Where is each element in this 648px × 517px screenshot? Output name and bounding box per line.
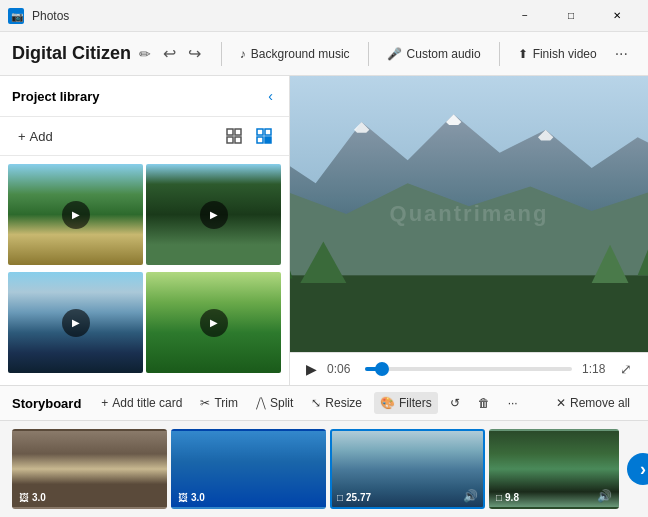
- audio-icon: 🔊: [463, 489, 478, 503]
- storyboard-toolbar: Storyboard + Add title card ✂ Trim ⧸⧹ Sp…: [0, 386, 648, 421]
- custom-audio-button[interactable]: 🎤 Custom audio: [377, 41, 491, 67]
- track-duration-label: □ 25.77: [337, 492, 371, 503]
- media-grid: ▶ ▶ ▶ ▶: [0, 156, 289, 385]
- track-item[interactable]: 🖼 3.0: [12, 429, 167, 509]
- filters-icon: 🎨: [380, 396, 395, 410]
- more-options-button[interactable]: ···: [607, 41, 636, 67]
- collapse-panel-button[interactable]: ‹: [264, 86, 277, 106]
- resize-icon: ⤡: [311, 396, 321, 410]
- storyboard-area: Storyboard + Add title card ✂ Trim ⧸⧹ Sp…: [0, 385, 648, 517]
- remove-all-icon: ✕: [556, 396, 566, 410]
- project-library-panel: Project library ‹ + Add: [0, 76, 290, 385]
- audio-icon: 🔊: [597, 489, 612, 503]
- play-button[interactable]: ▶: [200, 309, 228, 337]
- track-duration-label: □ 9.8: [496, 492, 519, 503]
- scroll-tracks-right-button[interactable]: ›: [627, 453, 648, 485]
- more-icon: ···: [508, 396, 518, 410]
- svg-rect-9: [265, 137, 271, 143]
- track-duration: 3.0: [191, 492, 205, 503]
- rotate-icon: ↺: [450, 396, 460, 410]
- svg-rect-6: [257, 129, 263, 135]
- track-type-icon: □: [496, 492, 502, 503]
- background-music-button[interactable]: ♪ Background music: [230, 41, 360, 67]
- main-toolbar: Digital Citizen ✏ ↩ ↪ ♪ Background music…: [0, 32, 648, 76]
- media-item[interactable]: ▶: [8, 164, 143, 265]
- music-icon: ♪: [240, 47, 246, 61]
- audio-icon: 🎤: [387, 47, 402, 61]
- video-preview-panel: Quantrimang ▶ 0:06 1:18 ⤢: [290, 76, 648, 385]
- play-button[interactable]: ▶: [62, 309, 90, 337]
- redo-button[interactable]: ↪: [184, 40, 205, 67]
- app-icon: 📷: [8, 8, 24, 24]
- track-type-icon: 🖼: [178, 492, 188, 503]
- storyboard-label: Storyboard: [12, 396, 81, 411]
- toolbar-divider: [221, 42, 222, 66]
- minimize-button[interactable]: −: [502, 0, 548, 32]
- total-time: 1:18: [582, 362, 610, 376]
- view-toggle-group: [221, 123, 277, 149]
- svg-rect-8: [257, 137, 263, 143]
- undo-button[interactable]: ↩: [159, 40, 180, 67]
- custom-audio-label: Custom audio: [407, 47, 481, 61]
- add-title-card-button[interactable]: + Add title card: [95, 392, 188, 414]
- project-title: Digital Citizen: [12, 43, 131, 64]
- remove-all-label: Remove all: [570, 396, 630, 410]
- delete-button[interactable]: 🗑: [472, 392, 496, 414]
- trim-icon: ✂: [200, 396, 210, 410]
- toolbar-divider2: [368, 42, 369, 66]
- list-view-button[interactable]: [251, 123, 277, 149]
- svg-rect-2: [227, 129, 233, 135]
- track-type-icon: □: [337, 492, 343, 503]
- svg-rect-16: [290, 275, 648, 352]
- title-bar: 📷 Photos − □ ✕: [0, 0, 648, 32]
- split-button[interactable]: ⧸⧹ Split: [250, 392, 299, 414]
- resize-button[interactable]: ⤡ Resize: [305, 392, 368, 414]
- finish-video-label: Finish video: [533, 47, 597, 61]
- close-button[interactable]: ✕: [594, 0, 640, 32]
- trim-label: Trim: [214, 396, 238, 410]
- list-icon: [256, 128, 272, 144]
- track-duration: 9.8: [505, 492, 519, 503]
- maximize-button[interactable]: □: [548, 0, 594, 32]
- edit-title-icon[interactable]: ✏: [139, 46, 151, 62]
- media-item[interactable]: ▶: [146, 272, 281, 373]
- play-button[interactable]: ▶: [62, 201, 90, 229]
- track-item[interactable]: 🖼 3.0: [171, 429, 326, 509]
- remove-all-button[interactable]: ✕ Remove all: [550, 392, 636, 414]
- split-icon: ⧸⧹: [256, 396, 266, 410]
- play-pause-button[interactable]: ▶: [306, 361, 317, 377]
- svg-rect-5: [235, 137, 241, 143]
- svg-rect-4: [227, 137, 233, 143]
- svg-rect-7: [265, 129, 271, 135]
- filters-button[interactable]: 🎨 Filters: [374, 392, 438, 414]
- track-type-icon: 🖼: [19, 492, 29, 503]
- more-storyboard-button[interactable]: ···: [502, 392, 524, 414]
- track-duration: 25.77: [346, 492, 371, 503]
- resize-label: Resize: [325, 396, 362, 410]
- track-duration-label: 🖼 3.0: [19, 492, 46, 503]
- rotate-button[interactable]: ↺: [444, 392, 466, 414]
- finish-video-button[interactable]: ⬆ Finish video: [508, 41, 607, 67]
- progress-bar[interactable]: [365, 367, 572, 371]
- media-item[interactable]: ▶: [146, 164, 281, 265]
- trim-button[interactable]: ✂ Trim: [194, 392, 244, 414]
- add-icon: +: [18, 129, 26, 144]
- progress-thumb[interactable]: [375, 362, 389, 376]
- track-item[interactable]: □ 25.77 🔊: [330, 429, 485, 509]
- export-icon: ⬆: [518, 47, 528, 61]
- background-music-label: Background music: [251, 47, 350, 61]
- fullscreen-button[interactable]: ⤢: [620, 361, 632, 377]
- media-item[interactable]: ▶: [8, 272, 143, 373]
- panel-title: Project library: [12, 89, 264, 104]
- add-icon: +: [101, 396, 108, 410]
- video-preview-area: Quantrimang: [290, 76, 648, 352]
- play-button[interactable]: ▶: [200, 201, 228, 229]
- filters-container: Add a filter 🎨 Filters: [374, 392, 438, 414]
- filters-label: Filters: [399, 396, 432, 410]
- add-media-button[interactable]: + Add: [12, 125, 59, 148]
- video-frame: [290, 76, 648, 352]
- storyboard-tracks: 🖼 3.0 🖼 3.0 □ 25.77 🔊: [0, 421, 648, 517]
- grid-view-button[interactable]: [221, 123, 247, 149]
- panel-toolbar: + Add: [0, 117, 289, 156]
- track-item[interactable]: □ 9.8 🔊: [489, 429, 619, 509]
